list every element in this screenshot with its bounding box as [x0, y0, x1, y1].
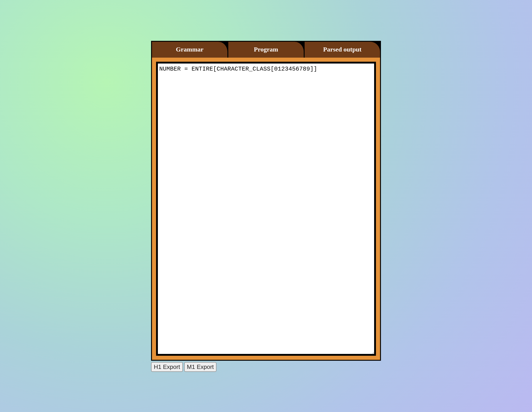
parser-app: Grammar Program Parsed output H1 Export …: [151, 41, 381, 372]
tab-grammar[interactable]: Grammar: [152, 42, 228, 58]
tab-bar: Grammar Program Parsed output: [151, 41, 381, 58]
h1-export-button[interactable]: H1 Export: [151, 362, 183, 372]
m1-export-button[interactable]: M1 Export: [184, 362, 217, 372]
parsed-output-textarea[interactable]: [158, 64, 374, 354]
tab-program[interactable]: Program: [228, 42, 305, 58]
export-buttons: H1 Export M1 Export: [151, 362, 381, 372]
editor-panel: [151, 58, 381, 361]
textarea-border: [156, 62, 376, 356]
tab-parsed-output[interactable]: Parsed output: [305, 42, 380, 58]
